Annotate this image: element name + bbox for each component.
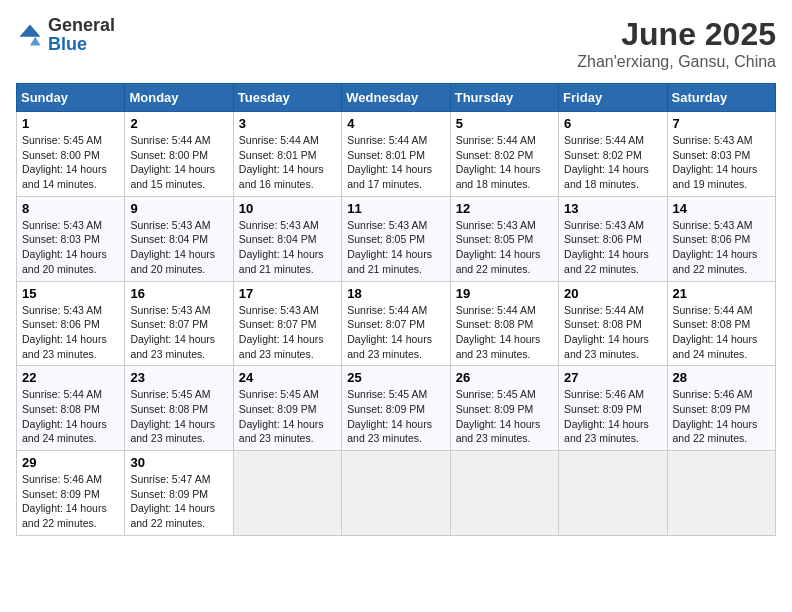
calendar-day-empty [450,451,558,536]
day-number: 8 [22,201,119,216]
day-info: Sunrise: 5:44 AMSunset: 8:07 PMDaylight:… [347,303,444,362]
day-info: Sunrise: 5:43 AMSunset: 8:07 PMDaylight:… [239,303,336,362]
day-info: Sunrise: 5:44 AMSunset: 8:01 PMDaylight:… [239,133,336,192]
calendar-title: June 2025 [577,16,776,53]
calendar-day-20: 20Sunrise: 5:44 AMSunset: 8:08 PMDayligh… [559,281,667,366]
day-info: Sunrise: 5:43 AMSunset: 8:05 PMDaylight:… [347,218,444,277]
header-wednesday: Wednesday [342,84,450,112]
day-info: Sunrise: 5:45 AMSunset: 8:09 PMDaylight:… [456,387,553,446]
calendar-day-empty [667,451,775,536]
svg-marker-0 [20,25,41,37]
calendar-day-7: 7Sunrise: 5:43 AMSunset: 8:03 PMDaylight… [667,112,775,197]
calendar-week-row: 29Sunrise: 5:46 AMSunset: 8:09 PMDayligh… [17,451,776,536]
calendar-day-empty [233,451,341,536]
title-area: June 2025 Zhan'erxiang, Gansu, China [577,16,776,71]
day-number: 15 [22,286,119,301]
calendar-day-17: 17Sunrise: 5:43 AMSunset: 8:07 PMDayligh… [233,281,341,366]
calendar-day-empty [559,451,667,536]
day-number: 1 [22,116,119,131]
day-number: 22 [22,370,119,385]
day-info: Sunrise: 5:43 AMSunset: 8:04 PMDaylight:… [239,218,336,277]
day-info: Sunrise: 5:43 AMSunset: 8:03 PMDaylight:… [22,218,119,277]
calendar-header-row: Sunday Monday Tuesday Wednesday Thursday… [17,84,776,112]
day-info: Sunrise: 5:44 AMSunset: 8:00 PMDaylight:… [130,133,227,192]
calendar-day-22: 22Sunrise: 5:44 AMSunset: 8:08 PMDayligh… [17,366,125,451]
generalblue-logo-icon [16,21,44,49]
day-number: 25 [347,370,444,385]
day-info: Sunrise: 5:44 AMSunset: 8:08 PMDaylight:… [564,303,661,362]
calendar-day-11: 11Sunrise: 5:43 AMSunset: 8:05 PMDayligh… [342,196,450,281]
calendar-day-16: 16Sunrise: 5:43 AMSunset: 8:07 PMDayligh… [125,281,233,366]
day-info: Sunrise: 5:44 AMSunset: 8:08 PMDaylight:… [22,387,119,446]
day-number: 5 [456,116,553,131]
calendar-day-6: 6Sunrise: 5:44 AMSunset: 8:02 PMDaylight… [559,112,667,197]
day-info: Sunrise: 5:44 AMSunset: 8:08 PMDaylight:… [673,303,770,362]
calendar-day-29: 29Sunrise: 5:46 AMSunset: 8:09 PMDayligh… [17,451,125,536]
day-info: Sunrise: 5:45 AMSunset: 8:08 PMDaylight:… [130,387,227,446]
day-number: 2 [130,116,227,131]
calendar-table: Sunday Monday Tuesday Wednesday Thursday… [16,83,776,536]
day-number: 12 [456,201,553,216]
calendar-week-row: 22Sunrise: 5:44 AMSunset: 8:08 PMDayligh… [17,366,776,451]
day-number: 3 [239,116,336,131]
calendar-subtitle: Zhan'erxiang, Gansu, China [577,53,776,71]
day-number: 21 [673,286,770,301]
day-number: 28 [673,370,770,385]
calendar-day-2: 2Sunrise: 5:44 AMSunset: 8:00 PMDaylight… [125,112,233,197]
calendar-day-1: 1Sunrise: 5:45 AMSunset: 8:00 PMDaylight… [17,112,125,197]
calendar-day-18: 18Sunrise: 5:44 AMSunset: 8:07 PMDayligh… [342,281,450,366]
day-number: 27 [564,370,661,385]
calendar-day-23: 23Sunrise: 5:45 AMSunset: 8:08 PMDayligh… [125,366,233,451]
header-sunday: Sunday [17,84,125,112]
day-info: Sunrise: 5:43 AMSunset: 8:05 PMDaylight:… [456,218,553,277]
day-number: 13 [564,201,661,216]
day-info: Sunrise: 5:46 AMSunset: 8:09 PMDaylight:… [22,472,119,531]
calendar-day-8: 8Sunrise: 5:43 AMSunset: 8:03 PMDaylight… [17,196,125,281]
day-number: 10 [239,201,336,216]
day-info: Sunrise: 5:47 AMSunset: 8:09 PMDaylight:… [130,472,227,531]
calendar-day-28: 28Sunrise: 5:46 AMSunset: 8:09 PMDayligh… [667,366,775,451]
day-info: Sunrise: 5:43 AMSunset: 8:06 PMDaylight:… [22,303,119,362]
calendar-day-13: 13Sunrise: 5:43 AMSunset: 8:06 PMDayligh… [559,196,667,281]
day-number: 17 [239,286,336,301]
header-saturday: Saturday [667,84,775,112]
day-info: Sunrise: 5:44 AMSunset: 8:02 PMDaylight:… [564,133,661,192]
calendar-week-row: 8Sunrise: 5:43 AMSunset: 8:03 PMDaylight… [17,196,776,281]
calendar-day-15: 15Sunrise: 5:43 AMSunset: 8:06 PMDayligh… [17,281,125,366]
day-info: Sunrise: 5:43 AMSunset: 8:03 PMDaylight:… [673,133,770,192]
calendar-day-14: 14Sunrise: 5:43 AMSunset: 8:06 PMDayligh… [667,196,775,281]
calendar-day-3: 3Sunrise: 5:44 AMSunset: 8:01 PMDaylight… [233,112,341,197]
day-number: 29 [22,455,119,470]
calendar-day-10: 10Sunrise: 5:43 AMSunset: 8:04 PMDayligh… [233,196,341,281]
day-info: Sunrise: 5:45 AMSunset: 8:09 PMDaylight:… [239,387,336,446]
day-number: 30 [130,455,227,470]
day-number: 26 [456,370,553,385]
day-info: Sunrise: 5:43 AMSunset: 8:06 PMDaylight:… [564,218,661,277]
day-number: 7 [673,116,770,131]
day-number: 20 [564,286,661,301]
calendar-day-19: 19Sunrise: 5:44 AMSunset: 8:08 PMDayligh… [450,281,558,366]
header-friday: Friday [559,84,667,112]
day-info: Sunrise: 5:43 AMSunset: 8:06 PMDaylight:… [673,218,770,277]
day-number: 4 [347,116,444,131]
logo-text-blue: Blue [48,34,87,54]
day-info: Sunrise: 5:44 AMSunset: 8:08 PMDaylight:… [456,303,553,362]
header-tuesday: Tuesday [233,84,341,112]
calendar-day-4: 4Sunrise: 5:44 AMSunset: 8:01 PMDaylight… [342,112,450,197]
calendar-week-row: 1Sunrise: 5:45 AMSunset: 8:00 PMDaylight… [17,112,776,197]
day-info: Sunrise: 5:46 AMSunset: 8:09 PMDaylight:… [564,387,661,446]
day-number: 24 [239,370,336,385]
logo: General Blue [16,16,115,54]
day-info: Sunrise: 5:43 AMSunset: 8:07 PMDaylight:… [130,303,227,362]
header-thursday: Thursday [450,84,558,112]
day-number: 11 [347,201,444,216]
header-monday: Monday [125,84,233,112]
day-number: 18 [347,286,444,301]
calendar-day-24: 24Sunrise: 5:45 AMSunset: 8:09 PMDayligh… [233,366,341,451]
day-number: 9 [130,201,227,216]
calendar-day-21: 21Sunrise: 5:44 AMSunset: 8:08 PMDayligh… [667,281,775,366]
day-number: 6 [564,116,661,131]
calendar-day-empty [342,451,450,536]
calendar-day-27: 27Sunrise: 5:46 AMSunset: 8:09 PMDayligh… [559,366,667,451]
calendar-week-row: 15Sunrise: 5:43 AMSunset: 8:06 PMDayligh… [17,281,776,366]
